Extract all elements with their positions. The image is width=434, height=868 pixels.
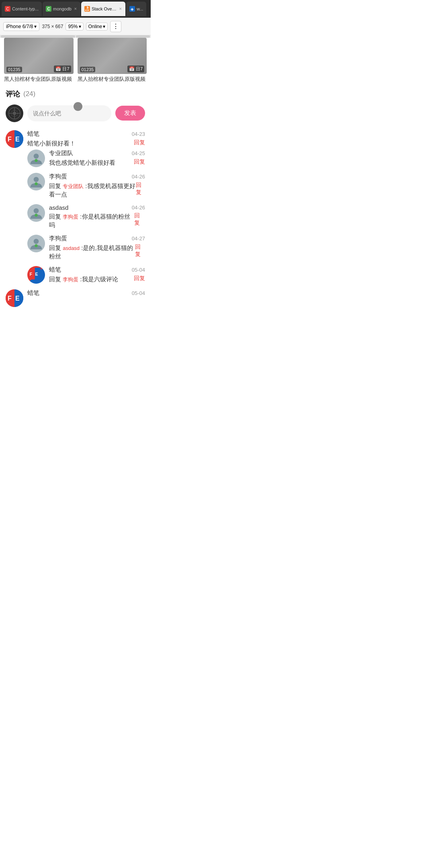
network-dropdown-icon: ▾ bbox=[103, 24, 105, 29]
current-user-avatar bbox=[6, 104, 23, 122]
video-duration-2: 📅 日7 bbox=[127, 66, 144, 72]
comment-date-1: 04-23 bbox=[132, 131, 145, 137]
reply-header-2: 专业团队 04-25 bbox=[49, 149, 145, 157]
reply-to-link-5[interactable]: asdasd bbox=[63, 245, 80, 251]
reply-header-5: 李狗蛋 04-27 bbox=[49, 235, 145, 242]
viewport-dimensions: 375 × 667 bbox=[42, 24, 63, 29]
network-label: Online bbox=[88, 24, 102, 29]
zoom-label: 95% bbox=[68, 24, 78, 29]
reply-header-4: asdasd 04-26 bbox=[49, 204, 145, 211]
reply-button-3[interactable]: 回复 bbox=[136, 182, 145, 196]
comment-input[interactable] bbox=[33, 110, 106, 117]
comment-item-7: F E 蜡笔 05-04 bbox=[6, 289, 145, 315]
viewport-height: 667 bbox=[55, 24, 63, 29]
reply-button-4[interactable]: 回复 bbox=[134, 212, 145, 227]
reply-item-6: F E 蜡笔 05-04 回复 李狗蛋 :我是六级评论 bbox=[27, 266, 145, 284]
device-dropdown-icon: ▾ bbox=[34, 24, 37, 29]
reply-text-row-4: 回复 李狗蛋 :你是机器猫的粉丝吗 回复 bbox=[49, 212, 145, 229]
reply-header-3: 李狗蛋 04-26 bbox=[49, 173, 145, 180]
comment-input-wrapper[interactable] bbox=[27, 105, 111, 121]
calendar-icon-2: 📅 bbox=[129, 66, 135, 72]
video-duration-1: 📅 日7 bbox=[54, 66, 71, 72]
svg-text:E: E bbox=[15, 136, 20, 143]
browser-tab-bar[interactable]: C Content-typ... C mongodb ✕ Stack Overf… bbox=[0, 0, 151, 18]
svg-point-12 bbox=[35, 159, 37, 162]
tab-close-stackoverflow[interactable]: ✕ bbox=[119, 7, 122, 11]
avatar-labi-2: F E bbox=[27, 266, 45, 284]
device-selector[interactable]: iPhone 6/7/8 ▾ bbox=[3, 22, 39, 31]
comment-date-7: 05-04 bbox=[132, 290, 145, 296]
reply-header-6: 蜡笔 05-04 bbox=[49, 266, 145, 274]
reply-item-3: 李狗蛋 04-26 回复 专业团队 :我感觉机器猫更好看一点 回复 bbox=[27, 173, 145, 199]
tab-label-unknown: w... bbox=[137, 6, 143, 11]
comments-count: (24) bbox=[23, 90, 35, 98]
video-count-1: 01235 bbox=[6, 67, 22, 72]
browser-toolbar: iPhone 6/7/8 ▾ 375 × 667 95% ▾ Online ▾ … bbox=[0, 18, 151, 35]
zoom-dropdown-icon: ▾ bbox=[79, 24, 81, 29]
reply-prefix-6: 回复 bbox=[49, 276, 63, 283]
video-thumb-bg-1: 01235 📅 日7 bbox=[4, 38, 74, 74]
viewport-width: 375 bbox=[42, 24, 50, 29]
comments-title: 评论 bbox=[6, 89, 20, 99]
reply-to-link-3[interactable]: 专业团队 bbox=[63, 183, 84, 189]
video-thumbnail-2: 01235 📅 日7 bbox=[78, 38, 147, 74]
reply-username-6: 蜡笔 bbox=[49, 266, 61, 274]
reply-item-2: 专业团队 04-25 我也感觉蜡笔小新很好看 回复 bbox=[27, 149, 145, 167]
avatar-zhuanye bbox=[27, 149, 45, 167]
video-title-2: 黑人抬棺材专业团队原版视频 bbox=[78, 76, 147, 83]
reply-username-5: 李狗蛋 bbox=[49, 235, 67, 242]
video-thumbnail-1: 01235 📅 日7 bbox=[4, 38, 74, 74]
tab-mongodb[interactable]: C mongodb ✕ bbox=[43, 2, 80, 16]
video-card-2[interactable]: 01235 📅 日7 黑人抬棺材专业团队原版视频 bbox=[78, 38, 147, 83]
video-card-1[interactable]: 01235 📅 日7 黑人抬棺材专业团队原版视频 bbox=[4, 38, 74, 83]
reply-button-6[interactable]: 回复 bbox=[134, 275, 145, 282]
comment-username-1: 蜡笔 bbox=[27, 130, 39, 138]
svg-text:E: E bbox=[35, 272, 38, 276]
comment-input-row: 发表 bbox=[6, 104, 145, 122]
reply-text-row-6: 回复 李狗蛋 :我是六级评论 回复 bbox=[49, 275, 145, 283]
more-tools-icon: ⋮ bbox=[113, 23, 119, 30]
avatar-ligoudan-1 bbox=[27, 173, 45, 190]
more-tools-button[interactable]: ⋮ bbox=[110, 21, 121, 32]
tab-content-type[interactable]: C Content-typ... bbox=[2, 2, 42, 16]
reply-prefix-3: 回复 bbox=[49, 182, 63, 189]
tab-close-mongodb[interactable]: ✕ bbox=[74, 7, 77, 11]
device-label: iPhone 6/7/8 bbox=[6, 24, 33, 29]
favicon-stackoverflow bbox=[84, 6, 90, 12]
reply-item-4: asdasd 04-26 回复 李狗蛋 :你是机器猫的粉丝吗 回复 bbox=[27, 204, 145, 229]
reply-to-link-6[interactable]: 李狗蛋 bbox=[63, 276, 78, 283]
reply-date-5: 04-27 bbox=[132, 235, 145, 242]
reply-prefix-4: 回复 bbox=[49, 213, 63, 220]
reply-username-2: 专业团队 bbox=[49, 149, 73, 157]
submit-comment-button[interactable]: 发表 bbox=[115, 106, 145, 121]
reply-date-2: 04-25 bbox=[132, 150, 145, 156]
reply-text-row-3: 回复 专业团队 :我感觉机器猫更好看一点 回复 bbox=[49, 182, 145, 199]
reply-button-2[interactable]: 回复 bbox=[134, 158, 145, 166]
reply-to-link-4[interactable]: 李狗蛋 bbox=[63, 214, 78, 220]
avatar-asdasd bbox=[27, 204, 45, 222]
tab-unknown[interactable]: ◈ w... bbox=[126, 2, 147, 16]
svg-point-15 bbox=[35, 182, 37, 185]
network-selector[interactable]: Online ▾ bbox=[86, 23, 108, 31]
favicon-mongodb: C bbox=[46, 6, 51, 12]
comment-header-1: 蜡笔 04-23 bbox=[27, 130, 145, 138]
svg-point-20 bbox=[34, 239, 39, 244]
zoom-selector[interactable]: 95% ▾ bbox=[66, 23, 83, 31]
comment-body-1: 蜡笔 04-23 蜡笔小新很好看！ 回复 bbox=[27, 130, 145, 148]
page-content: 01235 📅 日7 黑人抬棺材专业团队原版视频 01235 📅 日7 bbox=[0, 38, 151, 315]
tab-label-content-type: Content-typ... bbox=[12, 6, 39, 11]
favicon-content-type: C bbox=[5, 6, 10, 12]
reply-username-4: asdasd bbox=[49, 204, 68, 211]
video-row: 01235 📅 日7 黑人抬棺材专业团队原版视频 01235 📅 日7 bbox=[0, 38, 151, 89]
reply-button-5[interactable]: 回复 bbox=[135, 244, 145, 258]
tab-stackoverflow[interactable]: Stack Overflow -... ✕ bbox=[81, 2, 125, 16]
dimension-times: × bbox=[51, 24, 54, 29]
comment-text-1: 蜡笔小新很好看！ bbox=[27, 139, 76, 147]
reply-text-2: 我也感觉蜡笔小新很好看 bbox=[49, 158, 115, 167]
svg-point-11 bbox=[34, 154, 39, 159]
svg-point-21 bbox=[35, 244, 37, 247]
reply-button-1[interactable]: 回复 bbox=[134, 139, 145, 146]
comment-body-7: 蜡笔 05-04 bbox=[27, 289, 145, 307]
comment-item-1: F E 蜡笔 04-23 蜡笔小新很好看！ 回复 bbox=[6, 130, 145, 148]
avatar-labi-3: F E bbox=[6, 289, 23, 307]
